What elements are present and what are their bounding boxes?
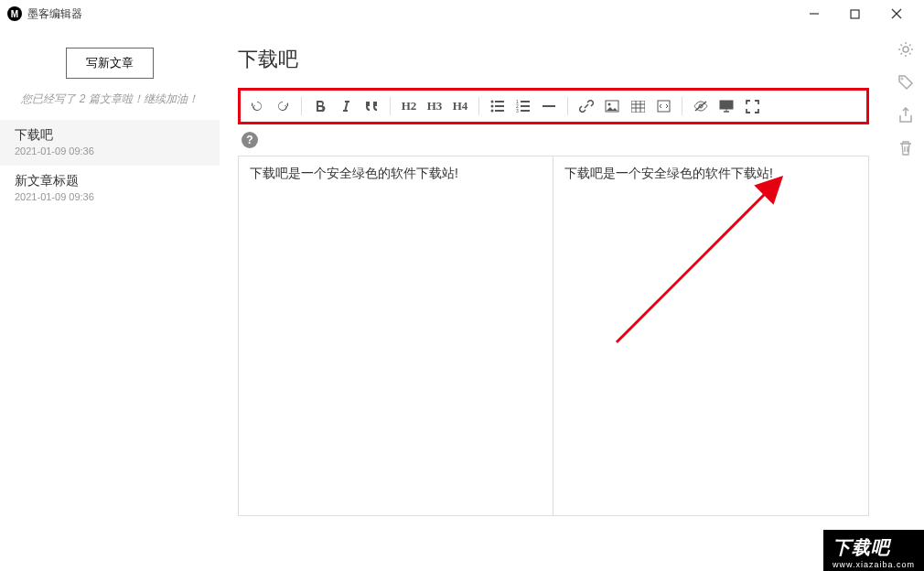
- editor-split: 下载吧是一个安全绿色的软件下载站! 下载吧是一个安全绿色的软件下载站!: [238, 156, 869, 516]
- preview-pane: 下载吧是一个安全绿色的软件下载站!: [553, 156, 868, 515]
- image-button[interactable]: [599, 93, 625, 119]
- right-sidebar: [887, 27, 924, 571]
- svg-rect-28: [720, 101, 733, 109]
- unordered-list-button[interactable]: [485, 93, 510, 119]
- svg-rect-19: [631, 101, 645, 113]
- svg-rect-11: [521, 101, 530, 102]
- svg-rect-16: [543, 105, 555, 107]
- svg-point-6: [491, 105, 494, 108]
- preview-toggle-button[interactable]: [688, 93, 714, 119]
- app-icon: M: [7, 6, 22, 21]
- svg-point-18: [608, 103, 611, 106]
- article-item-date: 2021-01-09 09:36: [15, 191, 205, 202]
- tag-icon[interactable]: [897, 73, 915, 92]
- undo-button[interactable]: [244, 93, 270, 119]
- watermark: 下载吧 www.xiazaiba.com: [823, 530, 924, 571]
- window-controls: [793, 0, 917, 27]
- h3-button[interactable]: H3: [422, 93, 447, 119]
- code-button[interactable]: [650, 93, 676, 119]
- quote-button[interactable]: [359, 93, 384, 119]
- article-item-date: 2021-01-09 09:36: [15, 145, 205, 156]
- svg-text:3: 3: [516, 108, 519, 113]
- editor-area: 下载吧 H2 H3 H4 123 ?: [220, 27, 887, 571]
- svg-point-33: [901, 78, 903, 80]
- h4-button[interactable]: H4: [447, 93, 473, 119]
- article-item-title: 新文章标题: [15, 173, 205, 189]
- new-article-button[interactable]: 写新文章: [66, 48, 154, 79]
- bold-button[interactable]: [307, 93, 333, 119]
- watermark-sub: www.xiazaiba.com: [833, 560, 915, 569]
- maximize-button[interactable]: [834, 0, 876, 27]
- redo-button[interactable]: [270, 93, 295, 119]
- close-button[interactable]: [876, 0, 917, 27]
- monitor-button[interactable]: [714, 93, 739, 119]
- article-item[interactable]: 新文章标题 2021-01-09 09:36: [0, 166, 220, 211]
- fullscreen-button[interactable]: [739, 93, 765, 119]
- svg-rect-15: [521, 110, 530, 112]
- toolbar: H2 H3 H4 123: [238, 88, 869, 124]
- app-title: 墨客编辑器: [27, 6, 82, 22]
- horizontal-rule-button[interactable]: [536, 93, 562, 119]
- svg-point-4: [491, 101, 494, 103]
- minimize-button[interactable]: [793, 0, 834, 27]
- ordered-list-button[interactable]: 123: [510, 93, 536, 119]
- article-item-title: 下载吧: [15, 127, 205, 144]
- svg-rect-5: [495, 101, 504, 102]
- h2-button[interactable]: H2: [396, 93, 422, 119]
- svg-rect-9: [495, 110, 504, 112]
- settings-icon[interactable]: [897, 40, 915, 59]
- svg-rect-13: [521, 105, 530, 107]
- svg-rect-7: [495, 105, 504, 107]
- svg-point-8: [491, 110, 494, 113]
- svg-point-32: [903, 47, 908, 52]
- trash-icon[interactable]: [897, 139, 915, 157]
- document-title[interactable]: 下载吧: [238, 38, 869, 88]
- help-icon[interactable]: ?: [242, 132, 258, 148]
- svg-rect-1: [851, 10, 859, 18]
- table-button[interactable]: [625, 93, 650, 119]
- article-count-text: 您已经写了 2 篇文章啦！继续加油！: [0, 92, 220, 107]
- export-icon[interactable]: [897, 106, 915, 124]
- link-button[interactable]: [574, 93, 599, 119]
- watermark-main: 下载吧: [833, 537, 890, 557]
- source-pane[interactable]: 下载吧是一个安全绿色的软件下载站!: [239, 156, 553, 515]
- italic-button[interactable]: [333, 93, 359, 119]
- article-item[interactable]: 下载吧 2021-01-09 09:36: [0, 120, 220, 166]
- article-list: 下载吧 2021-01-09 09:36 新文章标题 2021-01-09 09…: [0, 120, 220, 211]
- sidebar: 写新文章 您已经写了 2 篇文章啦！继续加油！ 下载吧 2021-01-09 0…: [0, 27, 220, 571]
- titlebar: M 墨客编辑器: [0, 0, 924, 27]
- help-row: ?: [238, 124, 869, 156]
